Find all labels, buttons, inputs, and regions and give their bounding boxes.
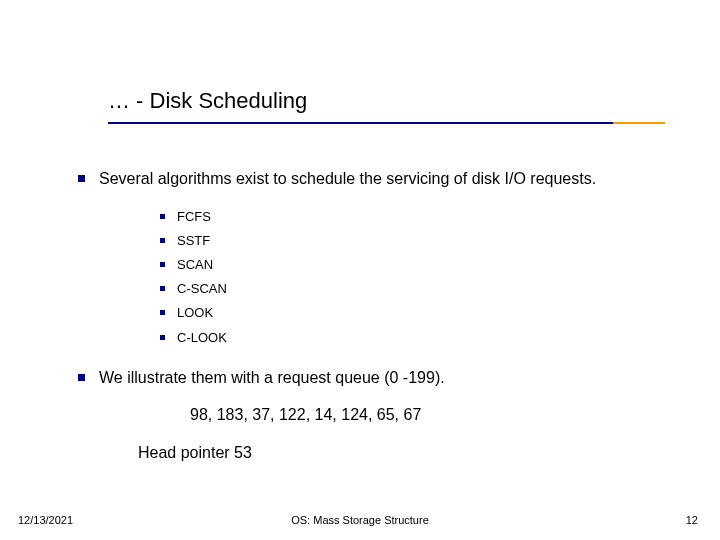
list-item: LOOK	[160, 304, 680, 322]
algorithm-name: LOOK	[177, 304, 213, 322]
footer-page-number: 12	[686, 514, 698, 526]
slide-title-row: … - Disk Scheduling	[108, 88, 307, 114]
algorithm-name: C-LOOK	[177, 329, 227, 347]
bullet-icon	[78, 374, 85, 381]
bullet-icon	[160, 335, 165, 340]
bullet-icon	[160, 310, 165, 315]
bullet-intro: Several algorithms exist to schedule the…	[78, 168, 680, 190]
request-queue: 98, 183, 37, 122, 14, 124, 65, 67	[190, 406, 680, 424]
list-item: C-LOOK	[160, 329, 680, 347]
bullet-illustrate: We illustrate them with a request queue …	[78, 367, 680, 389]
bullet-icon	[160, 238, 165, 243]
list-item: FCFS	[160, 208, 680, 226]
bullet-icon	[160, 262, 165, 267]
algorithm-name: SSTF	[177, 232, 210, 250]
list-item: SCAN	[160, 256, 680, 274]
content-area: Several algorithms exist to schedule the…	[60, 168, 680, 462]
bullet-intro-text: Several algorithms exist to schedule the…	[99, 168, 596, 190]
head-pointer: Head pointer 53	[138, 444, 680, 462]
title-underline	[108, 122, 613, 124]
slide-title: … - Disk Scheduling	[108, 88, 307, 114]
list-item: SSTF	[160, 232, 680, 250]
bullet-icon	[160, 286, 165, 291]
footer: 12/13/2021 OS: Mass Storage Structure 12	[0, 514, 720, 526]
footer-subject: OS: Mass Storage Structure	[0, 514, 720, 526]
bullet-illustrate-text: We illustrate them with a request queue …	[99, 367, 445, 389]
algorithm-name: C-SCAN	[177, 280, 227, 298]
title-underline-accent	[613, 122, 665, 124]
footer-date: 12/13/2021	[18, 514, 73, 526]
bullet-icon	[78, 175, 85, 182]
slide: … - Disk Scheduling Several algorithms e…	[0, 0, 720, 540]
algorithm-name: SCAN	[177, 256, 213, 274]
algorithm-list: FCFS SSTF SCAN C-SCAN LOOK C-LOOK	[60, 208, 680, 347]
bullet-icon	[160, 214, 165, 219]
list-item: C-SCAN	[160, 280, 680, 298]
algorithm-name: FCFS	[177, 208, 211, 226]
